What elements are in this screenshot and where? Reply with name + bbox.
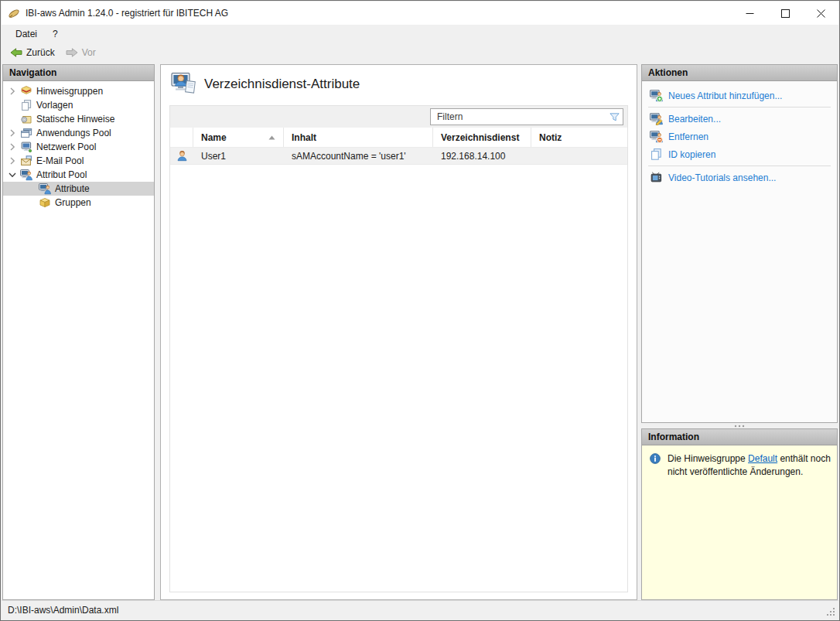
app-window: IBI-aws Admin 1.24.0 - registriert für I… bbox=[0, 0, 840, 621]
splitter-grip-icon bbox=[733, 425, 746, 428]
tree-item-label: Attribute bbox=[55, 183, 90, 194]
action-label: Bearbeiten... bbox=[668, 114, 721, 125]
filter-icon[interactable] bbox=[609, 111, 620, 123]
action-label: Video-Tutorials ansehen... bbox=[668, 172, 776, 183]
default-group-link[interactable]: Default bbox=[748, 453, 777, 464]
attribute-add-icon bbox=[650, 89, 663, 102]
user-icon bbox=[176, 150, 188, 162]
video-tutorials-icon bbox=[650, 171, 663, 184]
forward-label: Vor bbox=[82, 47, 96, 58]
action-remove[interactable]: Entfernen bbox=[642, 128, 837, 145]
chevron-spacer bbox=[6, 113, 19, 125]
back-button[interactable]: Zurück bbox=[5, 44, 60, 61]
data-file-path: D:\IBI-aws\Admin\Data.xml bbox=[8, 605, 118, 616]
application-pool-icon bbox=[20, 127, 32, 139]
tree-item-label: Attribut Pool bbox=[36, 169, 87, 180]
column-header-icon[interactable] bbox=[170, 128, 193, 147]
back-arrow-icon bbox=[10, 46, 22, 59]
action-edit[interactable]: Bearbeiten... bbox=[642, 110, 837, 128]
tree-item-anwendungs-pool[interactable]: Anwendungs Pool bbox=[3, 126, 154, 140]
column-header-notiz[interactable]: Notiz bbox=[531, 128, 627, 147]
tree-item-email-pool[interactable]: E-Mail Pool bbox=[3, 154, 154, 168]
column-header-verzeichnisdienst[interactable]: Verzeichnisdienst bbox=[433, 128, 531, 147]
navigation-header: Navigation bbox=[3, 65, 154, 81]
information-body: Die Hinweisgruppe Default enthält noch n… bbox=[642, 445, 837, 599]
maximize-button[interactable] bbox=[767, 2, 803, 25]
tree-item-vorlagen[interactable]: Vorlagen bbox=[3, 98, 154, 112]
main-panel: Verzeichnisdienst-Attribute Name Inhalt … bbox=[160, 64, 637, 600]
tree-item-statische-hinweise[interactable]: Statische Hinweise bbox=[3, 112, 154, 126]
tree-item-label: Statische Hinweise bbox=[36, 114, 114, 125]
attribute-icon bbox=[39, 183, 51, 195]
message-before: Die Hinweisgruppe bbox=[668, 453, 746, 464]
minimize-icon bbox=[746, 9, 754, 18]
menu-item-help[interactable]: ? bbox=[45, 26, 66, 42]
information-message: Die Hinweisgruppe Default enthält noch n… bbox=[668, 452, 831, 479]
chevron-down-icon[interactable] bbox=[6, 169, 19, 181]
chevron-spacer bbox=[6, 99, 19, 111]
column-label: Name bbox=[201, 132, 227, 143]
groups-icon bbox=[39, 196, 51, 209]
tree-item-hinweisgruppen[interactable]: Hinweisgruppen bbox=[3, 84, 154, 98]
notice-groups-icon bbox=[20, 85, 32, 97]
back-label: Zurück bbox=[26, 47, 55, 58]
actions-separator bbox=[648, 165, 831, 166]
information-header: Information bbox=[642, 429, 837, 445]
tree-item-label: E-Mail Pool bbox=[36, 155, 84, 166]
cell-name: User1 bbox=[193, 148, 284, 164]
action-add-attribute[interactable]: Neues Attribut hinzufügen... bbox=[642, 87, 837, 104]
action-label: ID kopieren bbox=[668, 149, 715, 160]
cell-notiz bbox=[531, 148, 627, 164]
title-bar: IBI-aws Admin 1.24.0 - registriert für I… bbox=[2, 2, 838, 25]
tree-item-label: Netzwerk Pool bbox=[36, 142, 96, 152]
action-video-tutorials[interactable]: Video-Tutorials ansehen... bbox=[642, 169, 837, 186]
attribute-pool-icon bbox=[20, 169, 32, 181]
email-pool-icon bbox=[20, 155, 32, 167]
tree-item-label: Hinweisgruppen bbox=[36, 86, 103, 97]
table-row[interactable]: User1 sAMAccountName = 'user1' 192.168.1… bbox=[170, 148, 627, 165]
chevron-right-icon[interactable] bbox=[6, 127, 19, 139]
directory-attributes-icon bbox=[171, 70, 197, 97]
window-title: IBI-aws Admin 1.24.0 - registriert für I… bbox=[26, 8, 228, 19]
tree-item-attribut-pool[interactable]: Attribut Pool bbox=[3, 168, 154, 182]
navigation-panel: Navigation Hinweisgruppen Vorlagen bbox=[2, 64, 155, 600]
column-label: Inhalt bbox=[292, 132, 316, 143]
menu-item-datei[interactable]: Datei bbox=[8, 26, 45, 42]
static-notices-icon bbox=[20, 113, 32, 125]
column-header-name[interactable]: Name bbox=[193, 128, 284, 147]
actions-separator bbox=[648, 107, 831, 107]
navigation-tree: Hinweisgruppen Vorlagen Statische Hinwei… bbox=[3, 81, 154, 210]
forward-button[interactable]: Vor bbox=[60, 44, 101, 61]
actions-panel: Aktionen Neues Attribut hinzufügen... Be… bbox=[641, 64, 838, 423]
tree-item-attribute[interactable]: Attribute bbox=[3, 182, 154, 196]
tree-item-gruppen[interactable]: Gruppen bbox=[3, 196, 154, 210]
column-header-inhalt[interactable]: Inhalt bbox=[284, 128, 433, 147]
cell-inhalt: sAMAccountName = 'user1' bbox=[284, 148, 433, 164]
chevron-right-icon[interactable] bbox=[6, 155, 19, 167]
tree-item-label: Gruppen bbox=[55, 197, 91, 208]
tree-item-label: Anwendungs Pool bbox=[36, 128, 111, 138]
tree-item-netzwerk-pool[interactable]: Netzwerk Pool bbox=[3, 140, 154, 154]
minimize-button[interactable] bbox=[732, 2, 767, 25]
filter-input[interactable] bbox=[430, 108, 623, 125]
sort-asc-icon bbox=[268, 135, 275, 140]
close-icon bbox=[817, 9, 825, 18]
attribute-edit-icon bbox=[650, 112, 663, 125]
panel-splitter[interactable] bbox=[641, 423, 838, 428]
action-label: Entfernen bbox=[668, 131, 709, 142]
close-button[interactable] bbox=[803, 2, 838, 25]
network-pool-icon bbox=[20, 141, 32, 153]
info-icon bbox=[650, 453, 661, 464]
chevron-right-icon[interactable] bbox=[6, 141, 19, 153]
resize-grip[interactable] bbox=[826, 607, 836, 617]
information-panel: Information Die Hinweisgruppe Default en… bbox=[641, 428, 838, 600]
action-copy-id[interactable]: ID kopieren bbox=[642, 145, 837, 163]
menu-bar: Datei ? bbox=[2, 25, 838, 43]
attribute-remove-icon bbox=[650, 130, 663, 143]
attribute-list-area: Name Inhalt Verzeichnisdienst Notiz User… bbox=[169, 105, 628, 592]
app-icon bbox=[8, 7, 20, 19]
filter-bar bbox=[170, 106, 627, 128]
chevron-right-icon[interactable] bbox=[6, 85, 19, 97]
actions-list: Neues Attribut hinzufügen... Bearbeiten.… bbox=[642, 81, 837, 186]
copy-icon bbox=[650, 148, 663, 161]
